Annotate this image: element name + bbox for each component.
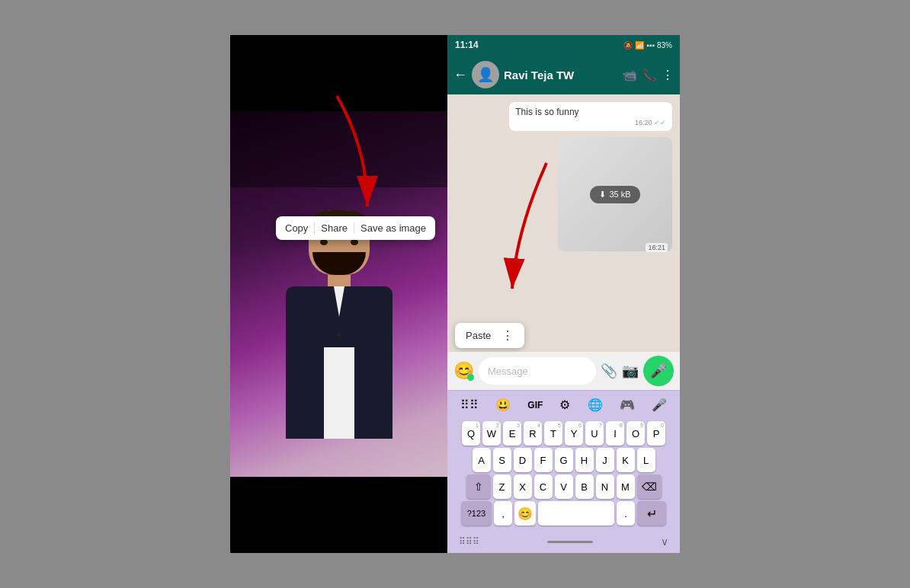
key-b[interactable]: B: [575, 475, 594, 499]
key-t[interactable]: T5: [544, 421, 562, 446]
period-key[interactable]: .: [617, 501, 635, 526]
key-q[interactable]: Q1: [462, 421, 480, 446]
kb-gif-button[interactable]: GIF: [527, 400, 543, 411]
keyboard: Q1 W2 E3 R4 T5 Y6 U7 I8 O9 P0 A S D F: [447, 419, 680, 530]
key-i[interactable]: I8: [606, 421, 624, 446]
paste-label[interactable]: Paste: [466, 330, 491, 341]
kb-translate-icon[interactable]: 🌐: [588, 398, 603, 412]
chat-area: This is so funny 16:20 ✓✓ ⬇ 35 kB: [447, 94, 680, 352]
right-panel: 11:14 🔕 📶 ▪▪▪ 83% ← 👤 Ravi Teja TW 📹 📞 ⋮: [447, 35, 680, 553]
key-k[interactable]: K: [617, 448, 635, 472]
key-row-4: ?123 , 😊 . ↵: [449, 501, 678, 526]
backspace-key[interactable]: ⌫: [637, 475, 662, 499]
voice-call-icon[interactable]: 📞: [642, 68, 657, 82]
kb-games-icon[interactable]: 🎮: [620, 398, 635, 412]
mic-button[interactable]: 🎤: [643, 356, 674, 386]
kb-settings-icon[interactable]: ⚙: [559, 398, 570, 412]
key-v[interactable]: V: [555, 475, 573, 499]
download-button[interactable]: ⬇ 35 kB: [590, 186, 639, 203]
emoji-key[interactable]: 😊: [514, 501, 536, 526]
key-z[interactable]: Z: [493, 475, 511, 499]
message-input[interactable]: Message: [479, 357, 596, 385]
key-c[interactable]: C: [534, 475, 553, 499]
back-button[interactable]: ←: [453, 67, 467, 83]
key-y[interactable]: Y6: [565, 421, 583, 446]
more-options-icon[interactable]: ⋮: [501, 328, 514, 343]
key-row-1: Q1 W2 E3 R4 T5 Y6 U7 I8 O9 P0: [449, 421, 678, 446]
alarm-icon: 🔕: [623, 41, 633, 50]
key-p[interactable]: P0: [647, 421, 665, 446]
keyboard-collapse-icon[interactable]: ∨: [661, 535, 668, 548]
keyboard-handle-icon[interactable]: ⠿⠿⠿: [459, 536, 479, 547]
phone-container: Copy Share Save as image 11:14: [230, 35, 680, 553]
space-key[interactable]: [538, 501, 614, 526]
context-share[interactable]: Share: [321, 222, 354, 234]
signal-icon: 📶: [635, 41, 644, 50]
numbers-key[interactable]: ?123: [461, 501, 492, 526]
key-row-2: A S D F G H J K L: [449, 448, 678, 472]
camera-button[interactable]: 📷: [622, 363, 639, 379]
received-message: This is so funny 16:20 ✓✓: [509, 102, 672, 131]
key-l[interactable]: L: [637, 448, 655, 472]
key-n[interactable]: N: [596, 475, 614, 499]
keyboard-bottom-bar: ⠿⠿⠿ ∨: [447, 530, 680, 553]
avatar: 👤: [472, 61, 499, 88]
kb-apps-icon[interactable]: ⠿⠿: [460, 398, 479, 412]
video-call-icon[interactable]: 📹: [622, 68, 637, 82]
emoji-button[interactable]: 😊: [453, 361, 474, 381]
left-panel: Copy Share Save as image: [230, 35, 447, 553]
battery-icon: 83%: [657, 41, 672, 50]
key-e[interactable]: E3: [503, 421, 521, 446]
download-icon: ⬇: [599, 190, 606, 200]
shift-key[interactable]: ⇧: [466, 475, 491, 499]
key-j[interactable]: J: [596, 448, 614, 472]
key-x[interactable]: X: [514, 475, 532, 499]
key-f[interactable]: F: [534, 448, 553, 472]
enter-key[interactable]: ↵: [637, 501, 666, 526]
green-dot: [467, 374, 474, 381]
status-bar: 11:14 🔕 📶 ▪▪▪ 83%: [447, 35, 680, 55]
menu-icon[interactable]: ⋮: [662, 68, 674, 82]
key-r[interactable]: R4: [524, 421, 542, 446]
key-w[interactable]: W2: [482, 421, 501, 446]
chat-header: ← 👤 Ravi Teja TW 📹 📞 ⋮: [447, 55, 680, 94]
key-g[interactable]: G: [555, 448, 573, 472]
key-u[interactable]: U7: [585, 421, 604, 446]
sticker-preview: ⬇ 35 kB: [558, 137, 672, 251]
context-menu[interactable]: Copy Share Save as image: [276, 216, 435, 240]
keyboard-toolbar: ⠿⠿ 😃 GIF ⚙ 🌐 🎮 🎤: [447, 390, 680, 419]
kb-voice-icon[interactable]: 🎤: [652, 398, 667, 412]
comma-key[interactable]: ,: [494, 501, 512, 526]
file-size: 35 kB: [609, 190, 630, 199]
key-s[interactable]: S: [493, 448, 511, 472]
paste-popup[interactable]: Paste ⋮: [455, 323, 524, 348]
attachment-button[interactable]: 📎: [601, 363, 617, 379]
context-save-as-image[interactable]: Save as image: [360, 222, 426, 234]
contact-name[interactable]: Ravi Teja TW: [504, 69, 617, 81]
double-check-icon: ✓✓: [654, 119, 666, 126]
message-input-bar: 😊 Message 📎 📷 🎤: [447, 352, 680, 390]
key-o[interactable]: O9: [626, 421, 645, 446]
sticker-container: ⬇ 35 kB 16:21: [558, 137, 672, 255]
status-time: 11:14: [455, 40, 479, 50]
message-time: 16:20 ✓✓: [515, 119, 666, 126]
key-h[interactable]: H: [575, 448, 594, 472]
sticker-time: 16:21: [646, 243, 668, 252]
context-copy[interactable]: Copy: [285, 222, 315, 234]
key-m[interactable]: M: [617, 475, 635, 499]
key-a[interactable]: A: [473, 448, 491, 472]
wifi-icon: ▪▪▪: [646, 41, 655, 50]
key-row-3: ⇧ Z X C V B N M ⌫: [449, 475, 678, 499]
kb-sticker-icon[interactable]: 😃: [495, 398, 511, 412]
key-d[interactable]: D: [514, 448, 532, 472]
